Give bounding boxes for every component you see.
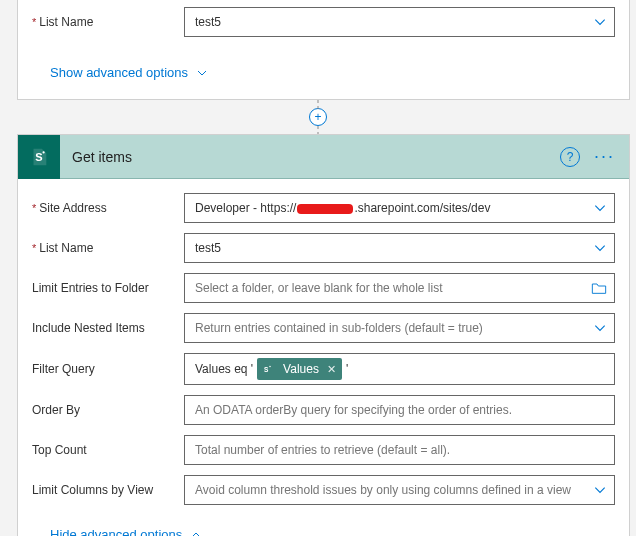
hide-advanced-toggle[interactable]: Hide advanced options — [50, 527, 202, 536]
chevron-down-icon[interactable] — [593, 321, 607, 335]
limit-columns-dropdown[interactable]: Avoid column threshold issues by only us… — [184, 475, 615, 505]
limit-columns-label: Limit Columns by View — [32, 483, 184, 497]
limit-folder-input[interactable]: Select a folder, or leave blank for the … — [184, 273, 615, 303]
sharepoint-icon: S — [257, 358, 277, 380]
filter-query-input[interactable]: Values eq ' S Values ✕ ' — [184, 353, 615, 385]
dynamic-token-values[interactable]: S Values ✕ — [257, 358, 342, 380]
sharepoint-icon: S — [18, 135, 60, 179]
filter-query-label: Filter Query — [32, 362, 184, 376]
order-by-input[interactable]: An ODATA orderBy query for specifying th… — [184, 395, 615, 425]
list-name-dropdown[interactable]: test5 — [184, 233, 615, 263]
more-menu-icon[interactable]: ··· — [590, 146, 619, 167]
help-icon[interactable]: ? — [560, 147, 580, 167]
top-count-input[interactable]: Total number of entries to retrieve (def… — [184, 435, 615, 465]
svg-text:S: S — [264, 366, 269, 373]
chevron-down-icon[interactable] — [593, 15, 607, 29]
folder-icon[interactable] — [591, 281, 607, 295]
previous-action-card: *List Name test5 Show advanced options — [17, 0, 630, 100]
top-count-label: Top Count — [32, 443, 184, 457]
limit-folder-label: Limit Entries to Folder — [32, 281, 184, 295]
order-by-label: Order By — [32, 403, 184, 417]
get-items-card: S Get items ? ··· *Site Address Develope… — [17, 134, 630, 536]
list-name-label: *List Name — [32, 241, 184, 255]
chevron-down-icon[interactable] — [593, 201, 607, 215]
remove-token-icon[interactable]: ✕ — [327, 363, 336, 376]
chevron-down-icon[interactable] — [593, 241, 607, 255]
include-nested-dropdown[interactable]: Return entries contained in sub-folders … — [184, 313, 615, 343]
svg-text:S: S — [35, 150, 42, 162]
svg-point-1 — [42, 151, 44, 153]
show-advanced-toggle[interactable]: Show advanced options — [32, 65, 208, 80]
chevron-down-icon[interactable] — [593, 483, 607, 497]
card-header[interactable]: S Get items ? ··· — [18, 135, 629, 179]
list-name-dropdown[interactable]: test5 — [184, 7, 615, 37]
card-title: Get items — [60, 149, 560, 165]
list-name-label: *List Name — [32, 15, 184, 29]
add-step-button[interactable]: + — [309, 108, 327, 126]
site-address-label: *Site Address — [32, 201, 184, 215]
include-nested-label: Include Nested Items — [32, 321, 184, 335]
site-address-dropdown[interactable]: Developer - https://.sharepoint.com/site… — [184, 193, 615, 223]
redacted-text — [297, 204, 353, 214]
svg-point-3 — [269, 366, 271, 368]
